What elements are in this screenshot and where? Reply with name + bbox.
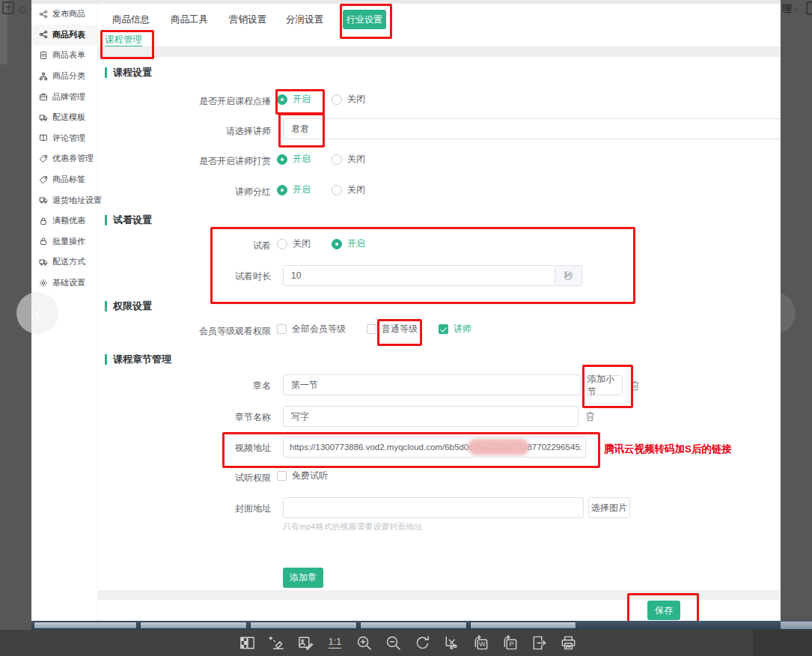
zoom-in-icon[interactable] bbox=[355, 632, 373, 653]
coupon-icon bbox=[39, 154, 48, 163]
next-image-button[interactable]: › bbox=[754, 292, 796, 334]
vod-on-radio[interactable] bbox=[277, 94, 287, 105]
tab-1[interactable]: 商品信息 bbox=[112, 13, 150, 26]
delete-section-icon[interactable] bbox=[585, 411, 595, 422]
taskbar-button[interactable] bbox=[470, 622, 576, 629]
sidebar-item[interactable]: 商品标签 bbox=[31, 169, 97, 190]
tab-2[interactable]: 商品工具 bbox=[171, 13, 208, 26]
sidebar-item[interactable]: 配送方式 bbox=[31, 252, 97, 273]
sidebar-item[interactable]: 退货地址设置 bbox=[31, 189, 97, 210]
screenshot-top-edge bbox=[31, 0, 781, 4]
svg-text:P: P bbox=[509, 640, 513, 648]
sidebar-item[interactable]: 满额优惠 bbox=[31, 210, 97, 231]
member-level-option-label[interactable]: 普通等级 bbox=[382, 323, 418, 335]
lecturer-input[interactable] bbox=[283, 118, 781, 139]
export-icon[interactable] bbox=[530, 632, 549, 653]
video-url-input[interactable]: https://1300773886.vod2.myqcloud.com/6b5… bbox=[283, 437, 586, 458]
member-level-options: 全部会员等级普通等级讲师 bbox=[277, 323, 471, 335]
sidebar-item[interactable]: 评论管理 bbox=[31, 128, 97, 149]
zoom-out-icon[interactable] bbox=[384, 632, 403, 653]
sidebar-item[interactable]: 商品列表 bbox=[31, 25, 97, 46]
sidebar-item-label: 配送模板 bbox=[52, 112, 85, 123]
reward-off-radio[interactable] bbox=[332, 154, 342, 165]
save-button[interactable]: 保存 bbox=[647, 601, 680, 620]
beautify-icon[interactable] bbox=[267, 632, 286, 653]
vod-label: 是否开启课程点播 bbox=[136, 95, 271, 108]
vod-on-label[interactable]: 开启 bbox=[293, 93, 311, 106]
taskbar-button[interactable] bbox=[34, 622, 137, 629]
redaction-blur bbox=[468, 439, 529, 455]
member-level-checkbox-1[interactable] bbox=[277, 324, 287, 334]
member-level-label: 会员等级观看权限 bbox=[136, 325, 271, 338]
comment-icon bbox=[39, 133, 48, 142]
dividend-off-radio[interactable] bbox=[332, 185, 342, 195]
dividend-radio-group: 开启 关闭 bbox=[277, 183, 365, 196]
tab-5[interactable]: 行业设置 bbox=[343, 10, 386, 29]
tab-3[interactable]: 营销设置 bbox=[229, 13, 266, 26]
reward-on-radio[interactable] bbox=[277, 154, 287, 165]
member-level-checkbox-2[interactable] bbox=[367, 324, 376, 334]
member-level-option-label[interactable]: 全部会员等级 bbox=[292, 323, 346, 335]
tag-icon bbox=[39, 175, 48, 184]
tab-4[interactable]: 分润设置 bbox=[286, 13, 323, 26]
dividend-on-radio[interactable] bbox=[277, 185, 287, 195]
section-chapter-management: 课程章节管理 bbox=[105, 353, 171, 366]
transparency-icon[interactable] bbox=[238, 632, 257, 653]
to-pdf-icon[interactable]: P bbox=[501, 632, 519, 653]
reward-off-label[interactable]: 关闭 bbox=[347, 153, 365, 165]
vod-off-label[interactable]: 关闭 bbox=[347, 93, 365, 106]
taskbar-button[interactable] bbox=[140, 622, 247, 629]
trial-off-label[interactable]: 关闭 bbox=[293, 237, 311, 250]
chapter-name-input[interactable] bbox=[283, 374, 581, 395]
trial-on-radio[interactable] bbox=[332, 239, 342, 249]
sidebar-item-label: 退货地址设置 bbox=[52, 195, 102, 206]
sidebar-item[interactable]: 商品表单 bbox=[31, 45, 97, 66]
add-chapter-button[interactable]: 添加章 bbox=[283, 568, 323, 588]
sidebar-item[interactable]: 优惠券管理 bbox=[31, 148, 97, 169]
add-image-icon[interactable] bbox=[2, 1, 14, 14]
reward-label: 是否开启讲师打赏 bbox=[136, 155, 271, 168]
sidebar-item-label: 配送方式 bbox=[52, 256, 85, 267]
sidebar-item[interactable]: 基础设置 bbox=[31, 273, 97, 294]
actual-size-icon[interactable]: 1:1 bbox=[326, 632, 344, 653]
sidebar-item[interactable]: 发布商品 bbox=[31, 4, 97, 25]
cover-url-label: 封面地址 bbox=[136, 502, 271, 515]
cover-url-input[interactable] bbox=[283, 497, 584, 518]
free-audition-label[interactable]: 免费试听 bbox=[292, 470, 328, 482]
section-name-input[interactable] bbox=[283, 406, 579, 427]
lock-icon bbox=[39, 216, 48, 225]
section-course-settings: 课程设置 bbox=[105, 66, 152, 79]
choose-image-button[interactable]: 选择图片 bbox=[588, 497, 630, 518]
free-audition-checkbox[interactable] bbox=[277, 471, 287, 481]
reward-on-label[interactable]: 开启 bbox=[293, 153, 311, 165]
sidebar-item[interactable]: 品牌管理 bbox=[31, 86, 97, 107]
previous-image-button[interactable]: ‹ bbox=[16, 292, 58, 334]
trial-duration-input[interactable] bbox=[283, 265, 555, 286]
dividend-on-label[interactable]: 开启 bbox=[293, 183, 311, 196]
to-word-icon[interactable]: W bbox=[471, 632, 490, 653]
taskbar-button[interactable] bbox=[360, 622, 467, 629]
section-name-label: 章节名称 bbox=[136, 411, 271, 424]
reward-radio-group: 开启 关闭 bbox=[277, 153, 365, 165]
member-level-option-label[interactable]: 讲师 bbox=[454, 323, 471, 335]
member-level-checkbox-3[interactable] bbox=[439, 324, 448, 334]
dividend-off-label[interactable]: 关闭 bbox=[347, 183, 365, 196]
sidebar-item[interactable]: 配送模板 bbox=[31, 107, 97, 128]
trial-on-label[interactable]: 开启 bbox=[347, 237, 365, 250]
crop-icon[interactable] bbox=[442, 632, 461, 653]
taskbar-button[interactable] bbox=[250, 622, 357, 629]
delete-chapter-icon[interactable] bbox=[630, 380, 640, 391]
tab-course-management[interactable]: 课程管理 bbox=[105, 34, 142, 46]
sidebar-item[interactable]: 批量操作 bbox=[31, 231, 97, 252]
process-menu[interactable]: 理 bbox=[782, 2, 797, 16]
vod-off-radio[interactable] bbox=[332, 94, 342, 105]
viewer-corner-icon[interactable] bbox=[806, 1, 812, 15]
add-subsection-button[interactable]: 添加小节 bbox=[587, 375, 623, 395]
edit-image-icon[interactable] bbox=[296, 632, 315, 653]
sidebar-item[interactable]: 商品分类 bbox=[31, 66, 97, 87]
print-icon[interactable] bbox=[559, 632, 578, 653]
seconds-suffix: 秒 bbox=[555, 265, 582, 286]
video-url-label: 视频地址 bbox=[136, 442, 271, 455]
trial-off-radio[interactable] bbox=[277, 239, 287, 249]
rotate-icon[interactable] bbox=[413, 632, 432, 653]
